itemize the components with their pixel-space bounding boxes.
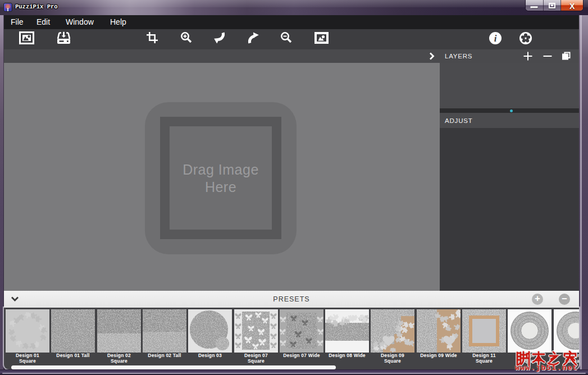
svg-text:i: i	[494, 33, 497, 44]
